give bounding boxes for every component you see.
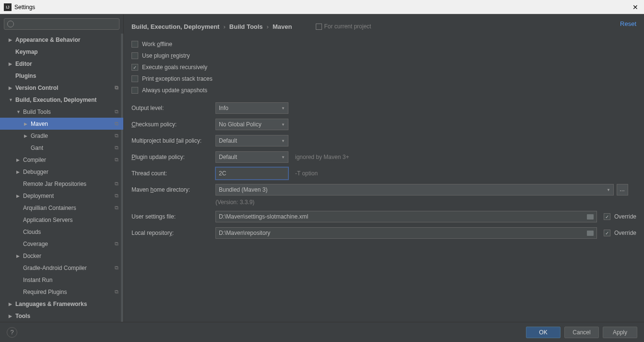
settings-content: Build, Execution, Deployment › Build Too… <box>124 14 644 322</box>
tree-item-label: Docker <box>23 253 41 259</box>
crumb-leaf: Maven <box>273 23 292 30</box>
tree-item-remote-jar-repositories[interactable]: Remote Jar Repositories⧉ <box>0 178 123 190</box>
settings-sidebar: Appearance & BehaviorKeymapEditorPlugins… <box>0 14 124 322</box>
window-title: Settings <box>14 4 631 11</box>
search-input[interactable] <box>16 21 116 27</box>
chevron-right-icon[interactable] <box>24 122 29 126</box>
user-settings-override-checkbox[interactable] <box>604 213 610 220</box>
crumb-mid[interactable]: Build Tools <box>229 23 263 30</box>
project-scope-icon: ⧉ <box>115 193 119 199</box>
chevron-right-icon[interactable] <box>24 134 29 138</box>
project-scope-icon: ⧉ <box>115 157 119 163</box>
chevron-right-icon[interactable] <box>16 170 21 174</box>
user-settings-override-label: Override <box>614 213 636 220</box>
tree-item-gant[interactable]: Gant⧉ <box>0 142 123 154</box>
reset-link[interactable]: Reset <box>620 20 636 27</box>
tree-item-appearance-behavior[interactable]: Appearance & Behavior <box>0 34 123 46</box>
tree-item-keymap[interactable]: Keymap <box>0 46 123 58</box>
dialog-footer: ? OK Cancel Apply <box>0 322 644 342</box>
tree-item-label: Build, Execution, Deployment <box>15 97 96 103</box>
folder-icon[interactable] <box>587 231 594 236</box>
app-icon: IJ <box>4 3 12 11</box>
local-repo-override-label: Override <box>614 230 636 236</box>
tree-item-label: Appearance & Behavior <box>15 37 80 43</box>
thread-count-hint: -T option <box>295 170 318 177</box>
ok-button[interactable]: OK <box>526 327 561 338</box>
always-update-checkbox[interactable] <box>131 87 138 94</box>
thread-count-input[interactable] <box>215 167 288 180</box>
tree-item-application-servers[interactable]: Application Servers <box>0 214 123 226</box>
plugin-update-dropdown[interactable]: Default <box>215 151 288 163</box>
tree-item-label: Instant Run <box>23 277 52 283</box>
tree-item-deployment[interactable]: Deployment⧉ <box>0 190 123 202</box>
tree-item-editor[interactable]: Editor <box>0 58 123 70</box>
crumb-root[interactable]: Build, Execution, Deployment <box>131 23 219 30</box>
chevron-right-icon[interactable] <box>9 61 13 66</box>
chevron-right-icon[interactable] <box>16 158 21 162</box>
tree-item-maven[interactable]: Maven⧉ <box>0 118 123 130</box>
maven-home-dropdown[interactable]: Bundled (Maven 3) <box>215 184 614 195</box>
project-scope-icon: ⧉ <box>115 133 119 139</box>
print-exception-label: Print exception stack traces <box>142 75 213 82</box>
project-scope-icon: ⧉ <box>115 145 119 151</box>
local-repo-input[interactable]: D:\Maven\repository <box>215 227 597 239</box>
maven-home-browse-button[interactable]: ... <box>617 184 628 195</box>
tree-item-required-plugins[interactable]: Required Plugins⧉ <box>0 286 123 298</box>
tree-item-clouds[interactable]: Clouds <box>0 226 123 238</box>
chevron-down-icon[interactable] <box>16 110 21 114</box>
tree-item-debugger[interactable]: Debugger <box>0 166 123 178</box>
local-repo-override-checkbox[interactable] <box>604 230 610 236</box>
tree-item-tools[interactable]: Tools <box>0 310 123 322</box>
tree-item-label: Remote Jar Repositories <box>23 181 86 187</box>
apply-button[interactable]: Apply <box>603 327 637 338</box>
multiproject-dropdown[interactable]: Default <box>215 135 288 147</box>
tree-item-label: Gradle <box>31 133 48 139</box>
project-scope-icon: ⧉ <box>115 109 119 115</box>
output-level-label: Output level: <box>131 105 215 111</box>
tree-item-label: Tools <box>15 313 30 319</box>
tree-item-plugins[interactable]: Plugins <box>0 70 123 82</box>
cancel-button[interactable]: Cancel <box>564 327 599 338</box>
work-offline-checkbox[interactable] <box>131 41 138 48</box>
print-exception-checkbox[interactable] <box>131 75 138 82</box>
chevron-right-icon[interactable] <box>9 37 13 42</box>
tree-item-gradle-android-compiler[interactable]: Gradle-Android Compiler⧉ <box>0 262 123 274</box>
tree-item-build-tools[interactable]: Build Tools⧉ <box>0 106 123 118</box>
plugin-update-label: Plugin update policy: <box>131 154 215 160</box>
tree-item-label: Required Plugins <box>23 289 67 295</box>
search-input-wrap[interactable] <box>4 18 119 30</box>
output-level-dropdown[interactable]: Info <box>215 102 288 114</box>
maven-version-note: (Version: 3.3.9) <box>215 199 636 206</box>
tree-item-label: Deployment <box>23 193 54 199</box>
checksum-policy-dropdown[interactable]: No Global Policy <box>215 119 288 130</box>
tree-item-gradle[interactable]: Gradle⧉ <box>0 130 123 142</box>
plugin-registry-label: Use plugin registry <box>142 52 190 59</box>
plugin-registry-checkbox[interactable] <box>131 52 138 59</box>
chevron-right-icon[interactable] <box>9 302 13 306</box>
user-settings-input[interactable]: D:\Maven\settings-slotmachine.xml <box>215 211 597 222</box>
tree-item-compiler[interactable]: Compiler⧉ <box>0 154 123 166</box>
tree-item-label: Coverage <box>23 241 48 247</box>
tree-item-instant-run[interactable]: Instant Run <box>0 274 123 286</box>
folder-icon[interactable] <box>587 214 594 220</box>
exec-goals-checkbox[interactable] <box>131 64 138 71</box>
tree-item-languages-frameworks[interactable]: Languages & Frameworks <box>0 298 123 310</box>
tree-item-version-control[interactable]: Version Control⧉ <box>0 82 123 94</box>
project-scope-icon: ⧉ <box>115 205 119 211</box>
chevron-down-icon[interactable] <box>9 98 13 102</box>
user-settings-label: User settings file: <box>131 213 215 220</box>
chevron-right-icon[interactable] <box>9 86 13 90</box>
thread-count-label: Thread count: <box>131 170 215 177</box>
tree-item-coverage[interactable]: Coverage⧉ <box>0 238 123 250</box>
chevron-right-icon[interactable] <box>9 314 13 318</box>
chevron-right-icon[interactable] <box>16 254 21 258</box>
chevron-right-icon: › <box>223 23 225 30</box>
tree-item-build-execution-deployment[interactable]: Build, Execution, Deployment <box>0 94 123 106</box>
close-icon[interactable]: ✕ <box>631 3 640 11</box>
chevron-right-icon[interactable] <box>16 194 21 198</box>
plugin-update-hint: ignored by Maven 3+ <box>295 154 349 160</box>
tree-item-label: Compiler <box>23 157 46 163</box>
tree-item-docker[interactable]: Docker <box>0 250 123 262</box>
tree-item-arquillian-containers[interactable]: Arquillian Containers⧉ <box>0 202 123 214</box>
help-button[interactable]: ? <box>7 327 17 338</box>
